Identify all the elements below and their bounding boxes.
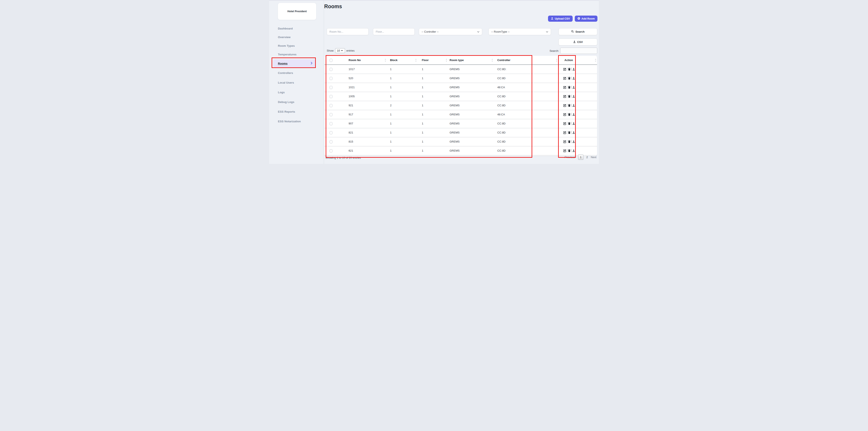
sidebar-item-ess-reports[interactable]: ESS Reports [269, 107, 324, 116]
row-checkbox[interactable] [330, 68, 332, 71]
download-icon[interactable] [571, 122, 576, 125]
column-header-room-type[interactable]: Room type [448, 56, 494, 65]
download-icon[interactable] [571, 140, 576, 143]
column-header-block[interactable]: Block [387, 56, 417, 65]
edit-icon[interactable] [562, 113, 567, 116]
row-checkbox[interactable] [330, 140, 332, 143]
entries-select[interactable]: 10 [335, 48, 345, 53]
search-button[interactable]: Search [559, 28, 597, 35]
column-label: Floor [422, 59, 429, 62]
download-icon[interactable] [571, 67, 576, 71]
edit-icon[interactable] [562, 122, 567, 125]
row-checkbox[interactable] [330, 86, 332, 89]
delete-icon[interactable] [567, 95, 571, 98]
download-icon[interactable] [571, 113, 576, 116]
csv-export-button[interactable]: CSV [559, 38, 597, 46]
download-icon[interactable] [571, 86, 576, 89]
controller-filter-select[interactable]: -- Controller -- [419, 28, 482, 35]
edit-icon[interactable] [562, 67, 567, 71]
cell-controller: CC:8D [494, 92, 558, 101]
download-icon[interactable] [571, 149, 576, 152]
upload-csv-button[interactable]: Upload CSV [548, 16, 572, 22]
sidebar-item-label: Debug Logs [278, 100, 294, 104]
row-actions [562, 149, 597, 152]
table-search-input[interactable] [560, 48, 597, 54]
cell-controller: CC:8D [494, 128, 558, 137]
row-checkbox[interactable] [330, 77, 332, 80]
pagination-page-2[interactable]: 2 [586, 155, 588, 159]
table-row: 621 1 1 GREMS CC:8D [324, 146, 597, 155]
delete-icon[interactable] [567, 131, 571, 134]
cell-room-type: GREMS [448, 92, 494, 101]
sidebar-item-overview[interactable]: Overview [269, 33, 324, 41]
delete-icon[interactable] [567, 67, 571, 71]
table-row: 520 1 1 GREMS CC:8D [324, 74, 597, 83]
delete-icon[interactable] [567, 77, 571, 80]
download-icon[interactable] [571, 95, 576, 98]
sidebar-item-ess-notarization[interactable]: ESS Notarization [269, 116, 324, 126]
sidebar-item-temperatures[interactable]: Temperatures [269, 50, 324, 59]
cell-controller: CC:8D [494, 101, 558, 110]
edit-icon[interactable] [562, 95, 567, 98]
sidebar-item-local-users[interactable]: Local Users [269, 78, 324, 87]
edit-icon[interactable] [562, 104, 567, 107]
table-row: 815 1 1 GREMS CC:8D [324, 137, 597, 146]
column-header-room-no[interactable]: Room No [343, 56, 387, 65]
sidebar-item-rooms-active[interactable]: Rooms [273, 59, 315, 67]
roomtype-filter-select[interactable]: -- RoomType -- [489, 28, 551, 35]
delete-icon[interactable] [567, 149, 571, 152]
column-header-action[interactable]: Action [558, 56, 597, 65]
sidebar-item-dashboard[interactable]: Dashboard [269, 24, 324, 33]
row-checkbox[interactable] [330, 104, 332, 107]
pagination-page-1-current[interactable]: 1 [578, 154, 583, 160]
length-menu: Show 10 entries [327, 48, 355, 53]
cell-room-type: GREMS [448, 110, 494, 119]
download-icon[interactable] [571, 131, 576, 134]
sidebar-item-controllers[interactable]: Controllers [269, 68, 324, 78]
pagination-previous[interactable]: Previous [564, 155, 575, 159]
table-row: 1017 1 1 GREMS CC:8D: [324, 65, 597, 74]
edit-icon[interactable] [562, 140, 567, 143]
row-checkbox[interactable] [330, 149, 332, 152]
sidebar-item-logs[interactable]: Logs [269, 87, 324, 97]
search-button-label: Search [576, 30, 584, 33]
column-header-floor[interactable]: Floor [417, 56, 448, 65]
row-checkbox[interactable] [330, 113, 332, 116]
table-row: 1021 1 1 GREMS 48:CA [324, 83, 597, 92]
cell-room-type: GREMS [448, 137, 494, 146]
cell-room-no: 1005 [343, 92, 387, 101]
pagination-next[interactable]: Next [591, 155, 596, 159]
column-header-controller[interactable]: Controller [494, 56, 558, 65]
edit-icon[interactable] [562, 86, 567, 89]
sidebar-item-label: Room Types [278, 44, 295, 47]
delete-icon[interactable] [567, 86, 571, 89]
download-icon[interactable] [571, 104, 576, 107]
row-checkbox[interactable] [330, 122, 332, 125]
cell-controller: CC:8D [494, 119, 558, 128]
delete-icon[interactable] [567, 122, 571, 125]
chevron-down-icon [477, 30, 479, 33]
cell-room-type: GREMS [448, 83, 494, 92]
edit-icon[interactable] [562, 77, 567, 80]
row-checkbox[interactable] [330, 131, 332, 134]
floor-filter-input[interactable] [373, 28, 415, 35]
cell-room-no: 1021 [343, 83, 387, 92]
row-checkbox[interactable] [330, 95, 332, 98]
cell-block: 1 [387, 83, 417, 92]
cell-controller: CC:8D: [494, 65, 558, 74]
delete-icon[interactable] [567, 113, 571, 116]
add-room-button[interactable]: Add Room [575, 16, 597, 22]
delete-icon[interactable] [567, 104, 571, 107]
select-all-header[interactable] [324, 56, 343, 65]
sidebar-item-room-types[interactable]: Room Types [269, 41, 324, 50]
edit-icon[interactable] [562, 149, 567, 152]
edit-icon[interactable] [562, 131, 567, 134]
room-no-filter-input[interactable] [327, 28, 369, 35]
delete-icon[interactable] [567, 140, 571, 143]
select-all-checkbox[interactable] [330, 59, 332, 62]
sidebar-item-debug-logs[interactable]: Debug Logs [269, 97, 324, 107]
sidebar-item-label: ESS Notarization [278, 120, 301, 123]
download-icon[interactable] [571, 77, 576, 80]
cell-floor: 1 [417, 128, 448, 137]
sidebar-item-label: Controllers [278, 71, 293, 75]
